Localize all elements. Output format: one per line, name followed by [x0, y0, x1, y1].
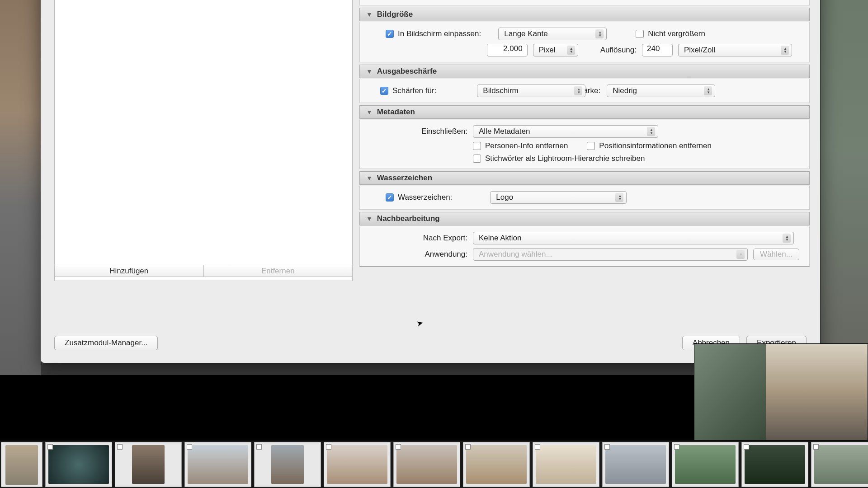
disclosure-triangle-icon: ▼	[366, 11, 373, 18]
watermark-checkbox[interactable]: Wasserzeichen:	[386, 193, 452, 202]
thumbnail[interactable]	[324, 442, 391, 487]
remove-person-checkbox[interactable]: Personen-Info entfernen	[473, 141, 568, 150]
filmstrip[interactable]	[0, 441, 868, 488]
postprocess-body: Nach Export: Keine Aktion▲▼ Anwendung: A…	[359, 226, 810, 267]
after-export-select[interactable]: Keine Aktion▲▼	[473, 232, 794, 244]
sharpen-header[interactable]: ▼Ausgabeschärfe	[359, 65, 810, 78]
webcam-overlay	[694, 343, 868, 441]
export-dialog: Hinzufügen Entfernen Bildformat: JPEG▲▼ …	[41, 0, 820, 363]
thumbnail[interactable]	[115, 442, 182, 487]
thumbnail[interactable]	[741, 442, 808, 487]
sharpen-body: Schärfen für: Bildschirm▲▼ Stärke: Niedr…	[359, 79, 810, 103]
application-select: Anwendung wählen...▼	[473, 248, 748, 261]
fit-mode-select[interactable]: Lange Kante▲▼	[498, 28, 607, 40]
thumbnail[interactable]	[184, 442, 251, 487]
metadata-body: Einschließen: Alle Metadaten▲▼ Personen-…	[359, 120, 810, 169]
after-export-label: Nach Export:	[368, 234, 467, 243]
thumbnail[interactable]	[45, 442, 112, 487]
resolution-input[interactable]: 240	[642, 44, 673, 56]
thumbnail[interactable]	[672, 442, 739, 487]
thumbnail[interactable]	[1, 442, 42, 487]
thumbnail[interactable]	[811, 442, 868, 487]
watermark-select[interactable]: Logo▲▼	[490, 191, 627, 204]
add-preset-button[interactable]: Hinzufügen	[54, 265, 203, 277]
keyword-hierarchy-checkbox[interactable]: Stichwörter als Lightroom-Hierarchie sch…	[473, 154, 645, 163]
image-size-header[interactable]: ▼Bildgröße	[359, 8, 810, 21]
choose-app-button: Wählen...	[753, 249, 799, 260]
resolution-unit-select[interactable]: Pixel/Zoll▲▼	[678, 44, 792, 56]
include-select[interactable]: Alle Metadaten▲▼	[473, 125, 658, 138]
include-label: Einschließen:	[368, 127, 467, 136]
disclosure-triangle-icon: ▼	[366, 215, 373, 222]
dimension-input[interactable]: 2.000	[487, 44, 528, 56]
plugin-manager-button[interactable]: Zusatzmodul-Manager...	[54, 336, 158, 350]
dimension-unit-select[interactable]: Pixel▲▼	[533, 44, 578, 56]
remove-location-checkbox[interactable]: Positionsinformationen entfernen	[587, 141, 712, 150]
settings-panel: Bildformat: JPEG▲▼ Qualität: 75 Farbraum…	[359, 0, 810, 277]
preset-buttons: Hinzufügen Entfernen	[54, 265, 353, 277]
sharpen-for-select[interactable]: Bildschirm▲▼	[477, 84, 585, 97]
background-photo-right	[821, 0, 868, 375]
thumbnail[interactable]	[393, 442, 460, 487]
thumbnail[interactable]	[602, 442, 669, 487]
disclosure-triangle-icon: ▼	[366, 174, 373, 182]
watermark-body: Wasserzeichen: Logo▲▼	[359, 186, 810, 210]
watermark-header[interactable]: ▼Wasserzeichen	[359, 171, 810, 185]
disclosure-triangle-icon: ▼	[366, 68, 373, 75]
postprocess-header[interactable]: ▼Nachbearbeitung	[359, 212, 810, 225]
strength-select[interactable]: Niedrig▲▼	[607, 84, 715, 97]
preset-list[interactable]	[54, 0, 353, 281]
thumbnail[interactable]	[254, 442, 321, 487]
metadata-header[interactable]: ▼Metadaten	[359, 105, 810, 119]
resolution-label: Auflösung:	[600, 46, 637, 55]
disclosure-triangle-icon: ▼	[366, 108, 373, 116]
sharpen-checkbox[interactable]: Schärfen für:	[380, 86, 436, 95]
fit-checkbox[interactable]: In Bildschirm einpassen:	[386, 29, 481, 38]
remove-preset-button: Entfernen	[203, 265, 353, 277]
background-photo-left	[0, 0, 41, 375]
thumbnail[interactable]	[463, 442, 530, 487]
application-label: Anwendung:	[368, 250, 467, 259]
file-settings-body: Bildformat: JPEG▲▼ Qualität: 75 Farbraum…	[359, 0, 810, 5]
no-enlarge-checkbox[interactable]: Nicht vergrößern	[636, 29, 705, 38]
thumbnail[interactable]	[533, 442, 599, 487]
image-size-body: In Bildschirm einpassen: Lange Kante▲▼ N…	[359, 22, 810, 62]
